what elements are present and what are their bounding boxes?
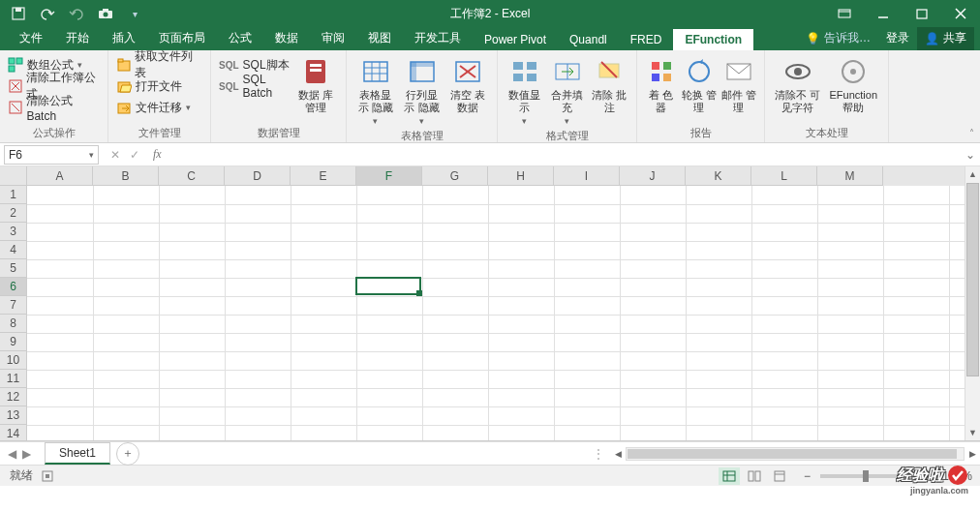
zoom-level[interactable]: 100% [928,469,972,483]
tab-view[interactable]: 视图 [356,26,403,50]
share-button[interactable]: 👤共享 [917,26,974,50]
db-manage-button[interactable]: 数据 库管理 [292,54,339,125]
spreadsheet-grid[interactable]: ABCDEFGHIJKLM 1234567891011121314 ▲ ▼ [0,166,980,441]
tab-fred[interactable]: FRED [619,29,674,50]
row-header[interactable]: 13 [0,406,27,425]
tellme[interactable]: 💡告诉我… [798,26,878,50]
collapse-ribbon-icon[interactable]: ˄ [963,50,980,142]
chevron-down-icon[interactable]: ▾ [89,150,94,160]
maximize-button[interactable] [903,0,941,27]
col-header[interactable]: M [817,166,883,186]
scroll-left-icon[interactable]: ◀ [610,449,626,459]
active-cell[interactable] [355,277,421,295]
scroll-right-icon[interactable]: ▶ [965,449,980,459]
numeric-display-button[interactable]: 数值显 示▾ [504,54,546,128]
enter-formula-icon[interactable]: ✓ [130,148,139,162]
col-header[interactable]: J [620,166,686,186]
tab-layout[interactable]: 页面布局 [147,26,217,50]
row-header[interactable]: 12 [0,388,27,406]
tab-file[interactable]: 文件 [8,26,54,50]
col-header[interactable]: D [225,166,291,186]
col-header[interactable]: A [27,166,93,186]
tab-powerpivot[interactable]: Power Pivot [473,29,558,50]
scroll-thumb[interactable] [966,183,979,376]
zoom-out-icon[interactable]: − [804,469,811,483]
sheet-tab[interactable]: Sheet1 [45,442,110,465]
row-header[interactable]: 6 [0,278,27,296]
rotation-manage-button[interactable]: 轮换 管理 [679,54,719,125]
colorizer-button[interactable]: 着 色器 [643,54,679,125]
clear-invisible-chars-button[interactable]: 清除不 可见字符 [771,54,825,125]
tab-review[interactable]: 审阅 [310,26,356,50]
save-icon[interactable] [10,5,27,22]
close-button[interactable] [941,0,980,27]
file-migrate-button[interactable]: 文件迁移▾ [114,97,204,118]
formula-input[interactable] [168,145,961,165]
clear-comments-button[interactable]: 清除 批注 [588,54,630,128]
col-header[interactable]: I [554,166,620,186]
row-header[interactable]: 14 [0,425,27,441]
col-header[interactable]: H [488,166,554,186]
redo-icon[interactable] [68,5,85,22]
zoom-slider[interactable] [820,474,907,478]
col-header[interactable]: C [159,166,225,186]
tab-dev[interactable]: 开发工具 [403,26,473,50]
row-header[interactable]: 9 [0,333,27,351]
tab-quandl[interactable]: Quandl [558,29,619,50]
col-header[interactable]: K [686,166,751,186]
col-header[interactable]: G [422,166,488,186]
col-header[interactable]: L [751,166,817,186]
cancel-formula-icon[interactable]: ✕ [110,148,120,162]
tab-insert[interactable]: 插入 [101,26,147,50]
horizontal-scrollbar[interactable]: ⋮ ◀ ▶ [593,447,980,461]
fx-icon[interactable]: fx [147,147,168,162]
row-header[interactable]: 4 [0,241,27,259]
sql-batch-button[interactable]: SQLSQL Batch [217,75,292,97]
hscroll-thumb[interactable] [628,449,957,459]
row-header[interactable]: 7 [0,296,27,315]
page-layout-view-icon[interactable] [744,467,765,485]
camera-icon[interactable] [97,5,114,22]
merge-fill-button[interactable]: 合并填 充▾ [546,54,589,128]
new-sheet-button[interactable]: ＋ [116,442,139,466]
row-header[interactable]: 10 [0,351,27,370]
row-header[interactable]: 5 [0,259,27,278]
name-box[interactable]: F6▾ [4,145,99,165]
tab-data[interactable]: 数据 [263,26,310,50]
col-header[interactable]: B [93,166,159,186]
tab-formula[interactable]: 公式 [217,26,263,50]
table-show-hide-button[interactable]: 表格显示 隐藏▾ [352,54,399,128]
open-file-button[interactable]: 打开文件 [114,75,204,97]
undo-icon[interactable] [39,5,56,22]
col-header[interactable]: E [291,166,356,186]
col-header[interactable]: F [356,166,422,186]
login-button[interactable]: 登录 [878,26,917,50]
row-header[interactable]: 2 [0,204,27,223]
rowcol-show-hide-button[interactable]: 行列显示 隐藏▾ [399,54,445,128]
clear-table-data-button[interactable]: 清空 表数据 [444,54,491,128]
macro-record-icon[interactable] [41,469,54,483]
tab-home[interactable]: 开始 [54,26,101,50]
row-header[interactable]: 3 [0,223,27,241]
fill-handle[interactable] [416,290,422,296]
next-sheet-icon[interactable]: ▶ [22,447,31,461]
row-header[interactable]: 1 [0,186,27,204]
mail-manage-button[interactable]: 邮件 管理 [719,54,758,125]
qat-customize-icon[interactable]: ▾ [126,5,143,22]
clear-formula-batch-button[interactable]: 清除公式Batch [6,97,102,118]
row-header[interactable]: 11 [0,370,27,388]
scroll-up-icon[interactable]: ▲ [965,166,980,182]
scroll-down-icon[interactable]: ▼ [965,425,980,440]
tab-efunction[interactable]: EFunction [673,29,753,50]
zoom-in-icon[interactable]: + [917,469,924,483]
prev-sheet-icon[interactable]: ◀ [8,447,16,461]
row-header[interactable]: 8 [0,315,27,333]
get-file-list-button[interactable]: 获取文件列表 [114,54,204,75]
vertical-scrollbar[interactable]: ▲ ▼ [965,166,980,440]
ribbon-options-icon[interactable] [825,0,864,27]
page-break-view-icon[interactable] [769,467,790,485]
efunction-help-button[interactable]: EFunction 帮助 [825,54,882,125]
expand-formula-bar-icon[interactable]: ⌄ [961,148,980,162]
select-all-corner[interactable] [0,166,27,186]
minimize-button[interactable] [864,0,903,27]
